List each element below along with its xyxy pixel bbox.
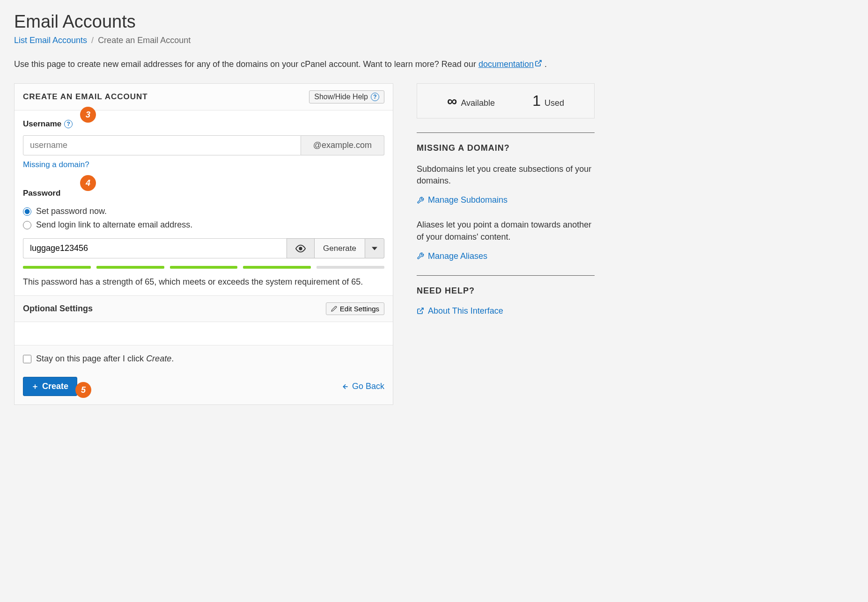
strength-segment [243,266,311,269]
domain-addon: @example.com [301,135,384,155]
stay-on-page-checkbox[interactable] [23,355,31,363]
strength-segment [96,266,164,269]
intro-pre: Use this page to create new email addres… [14,59,478,69]
manage-aliases-label: Manage Aliases [428,251,487,261]
breadcrumb-list-link[interactable]: List Email Accounts [14,36,87,45]
question-icon: ? [371,93,379,101]
caret-down-icon [372,246,377,251]
annotation-4: 4 [80,175,96,191]
about-interface-label: About This Interface [428,306,503,316]
username-label: Username ? [23,119,73,129]
edit-settings-label: Edit Settings [340,305,379,313]
strength-segment [170,266,238,269]
password-label: Password [23,189,60,198]
page-title: Email Accounts [14,12,595,32]
strength-segment [23,266,91,269]
stay-on-page-option[interactable]: Stay on this page after I click Create. [23,354,384,364]
breadcrumb: List Email Accounts / Create an Email Ac… [14,36,595,45]
username-input[interactable] [23,135,301,155]
arrow-left-icon [342,383,349,390]
external-link-icon [535,59,542,69]
password-send-link-label: Send login link to alternate email addre… [36,220,192,230]
username-label-text: Username [23,119,61,129]
go-back-label: Go Back [352,382,384,391]
svg-line-5 [420,308,423,311]
divider [417,275,595,276]
password-input[interactable] [23,238,287,258]
svg-point-1 [299,247,302,250]
password-send-link-option[interactable]: Send login link to alternate email addre… [23,220,384,230]
stay-label-post: . [171,354,174,363]
question-icon[interactable]: ? [64,120,73,128]
optional-settings-title: Optional Settings [23,304,93,314]
wrench-icon [417,252,424,260]
aliases-text: Aliases let you point a domain towards a… [417,219,595,242]
show-hide-help-button[interactable]: Show/Hide Help ? [309,90,384,103]
wrench-icon [417,197,424,204]
create-account-panel: CREATE AN EMAIL ACCOUNT Show/Hide Help ?… [14,83,393,405]
password-send-link-radio[interactable] [23,221,31,229]
password-strength-text: This password has a strength of 65, whic… [23,277,384,287]
stat-used-value: 1 [532,92,541,110]
create-button-label: Create [42,382,68,391]
pencil-icon [331,306,337,312]
panel-title: CREATE AN EMAIL ACCOUNT [23,92,148,102]
create-button[interactable]: Create [23,377,77,396]
external-link-icon [417,307,424,315]
generate-dropdown-button[interactable] [365,238,384,258]
missing-domain-heading: MISSING A DOMAIN? [417,143,595,153]
divider [417,132,595,133]
stat-available-label: Available [461,98,495,108]
breadcrumb-current: Create an Email Account [98,36,191,45]
intro-text: Use this page to create new email addres… [14,59,595,69]
help-toggle-label: Show/Hide Help [314,93,368,101]
breadcrumb-separator: / [91,36,94,45]
need-help-heading: NEED HELP? [417,286,595,296]
strength-segment [316,266,384,269]
optional-settings-body [15,322,393,345]
annotation-3: 3 [80,107,96,123]
annotation-5: 5 [75,382,91,398]
toggle-password-visibility-button[interactable] [287,238,314,258]
password-set-now-option[interactable]: Set password now. [23,206,384,216]
go-back-link[interactable]: Go Back [342,382,384,391]
password-strength-bar [23,266,384,269]
manage-subdomains-link[interactable]: Manage Subdomains [417,195,595,205]
password-set-now-radio[interactable] [23,207,31,216]
documentation-link[interactable]: documentation [478,59,534,69]
subdomains-text: Subdomains let you create subsections of… [417,163,595,187]
stay-label-em: Create [146,354,171,363]
about-interface-link[interactable]: About This Interface [417,306,595,316]
edit-settings-button[interactable]: Edit Settings [326,302,384,315]
manage-subdomains-label: Manage Subdomains [428,195,508,205]
password-set-now-label: Set password now. [36,206,107,216]
eye-icon [295,243,306,254]
plus-icon [32,383,38,390]
manage-aliases-link[interactable]: Manage Aliases [417,251,595,261]
missing-domain-link[interactable]: Missing a domain? [23,160,89,169]
generate-password-button[interactable]: Generate [314,238,365,258]
stat-available-value: ∞ [447,93,457,109]
intro-post: . [542,59,547,69]
stat-used-label: Used [544,98,564,108]
svg-line-0 [538,60,541,64]
stay-label-pre: Stay on this page after I click [36,354,146,363]
stats-box: ∞ Available 1 Used [417,83,595,118]
